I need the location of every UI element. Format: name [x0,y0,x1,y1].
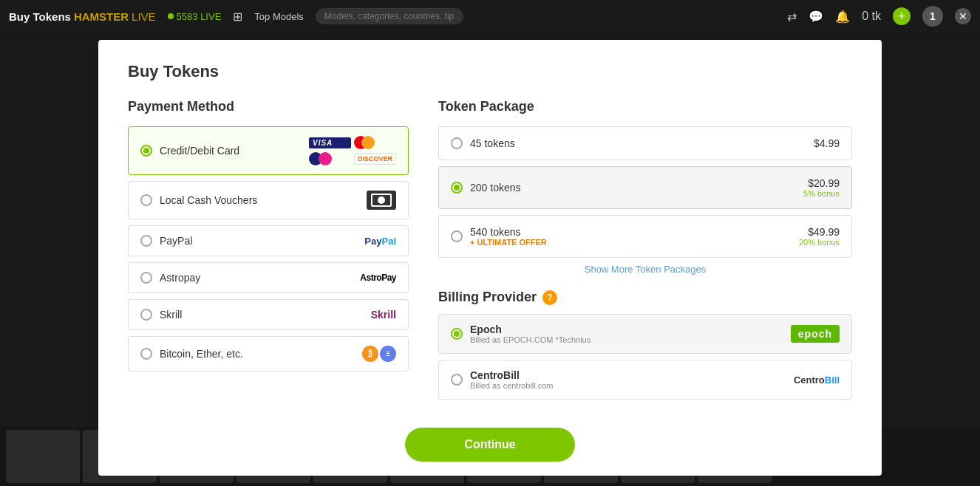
billing-section-header: Billing Provider ? [438,290,852,305]
radio-paypal [140,235,152,247]
payment-option-left-bitcoin: Bitcoin, Ether, etc. [140,348,243,360]
cash-voucher-icon [367,191,396,210]
paypal-label: PayPal [160,235,192,247]
modal-columns: Payment Method Credit/Debit Card VISA [128,99,852,405]
token-package-left-540: 540 tokens + ULTIMATE OFFER [451,226,547,247]
user-avatar[interactable]: 1 [922,6,943,27]
token-section-title: Token Package [438,99,852,114]
token-tag-540: + ULTIMATE OFFER [470,238,547,247]
radio-bitcoin [140,348,152,360]
discover-wrap [309,152,351,165]
logo-live: LIVE [132,10,156,23]
token-name-45: 45 tokens [470,137,515,149]
buy-tokens-modal: Buy Tokens Payment Method Credit/Debit C… [98,40,882,476]
radio-skrill [140,309,152,321]
radio-540tokens [451,230,463,242]
astropay-label: Astropay [160,272,200,284]
centrobill-info: CentroBill Billed as centrobill.com [470,369,554,390]
add-tokens-button[interactable]: + [893,7,911,25]
live-dot [168,13,174,19]
modal-overlay: Buy Tokens Payment Method Credit/Debit C… [0,32,980,486]
centrobill-logo: CentroBill [794,374,840,386]
radio-astropay [140,272,152,284]
radio-local-cash [140,194,152,206]
centrobill-name: CentroBill [470,369,554,381]
paypal-logo: PayPal [364,236,396,247]
notification-icon[interactable]: 🔔 [835,10,850,24]
token-name-200: 200 tokens [470,182,521,194]
token-price-value-200: $20.99 [803,177,840,189]
card-icons: VISA DISCOVER [309,136,396,165]
billing-left-epoch: Epoch Billed as EPOCH.COM *Technius [451,324,591,344]
radio-200tokens [451,182,463,194]
mc-right [361,136,375,149]
payment-option-left-paypal: PayPal [140,235,192,247]
radio-credit-card [140,145,152,157]
navbar: Buy Tokens HAMSTER LIVE 5583 LIVE ⊞ Top … [0,0,980,32]
billing-option-epoch[interactable]: Epoch Billed as EPOCH.COM *Technius epoc… [438,314,852,354]
payment-option-left-skrill: Skrill [140,309,182,321]
billing-option-centrobill[interactable]: CentroBill Billed as centrobill.com Cent… [438,360,852,400]
logo-buy-tokens: Buy Tokens [9,10,71,23]
token-name-540: 540 tokens [470,226,547,238]
epoch-logo: epoch [791,325,840,343]
payment-option-local-cash[interactable]: Local Cash Vouchers [128,181,409,219]
epoch-info: Epoch Billed as EPOCH.COM *Technius [470,324,591,344]
bitcoin-label: Bitcoin, Ether, etc. [160,348,243,360]
token-package-left-45: 45 tokens [451,137,515,149]
billing-section-title: Billing Provider [438,290,537,305]
site-logo[interactable]: Buy Tokens HAMSTER LIVE [9,10,156,23]
logo-hamster: HAMSTER [74,10,129,23]
payment-option-left-cash: Local Cash Vouchers [140,194,257,206]
search-input[interactable] [316,8,463,24]
token-price-value-45: $4.99 [814,137,840,149]
token-package-200[interactable]: 200 tokens $20.99 5% bonus [438,166,852,209]
filter-icon[interactable]: ⇄ [787,10,797,24]
live-count-badge: 5583 LIVE [168,11,222,22]
radio-epoch [451,328,463,340]
token-540-info: 540 tokens + ULTIMATE OFFER [470,226,547,247]
visa-icon: VISA [309,137,351,148]
skrill-logo: Skrill [371,309,396,321]
discover-icon: DISCOVER [354,153,396,165]
payment-section-title: Payment Method [128,99,409,114]
continue-wrap: Continue [128,428,852,462]
payment-option-bitcoin[interactable]: Bitcoin, Ether, etc. ₿ Ξ [128,336,409,372]
token-price-value-540: $49.99 [799,226,840,238]
radio-centrobill [451,374,463,386]
token-bonus-200: 5% bonus [803,189,840,198]
payment-option-skrill[interactable]: Skrill Skrill [128,299,409,330]
maestro-right [319,152,332,165]
chat-icon[interactable]: 💬 [809,10,823,24]
billing-help-icon[interactable]: ? [542,290,557,305]
wallet-icon[interactable]: 0 tk [862,10,881,23]
mastercard-icon [354,136,396,149]
epoch-name: Epoch [470,324,591,335]
continue-button[interactable]: Continue [405,428,574,462]
eth-circle: Ξ [380,346,396,362]
astropay-logo: AstroPay [360,273,396,283]
payment-option-left-astropay: Astropay [140,272,200,284]
payment-option-credit-card[interactable]: Credit/Debit Card VISA DISCOVER [128,126,409,175]
token-price-200: $20.99 5% bonus [803,177,840,198]
payment-option-astropay[interactable]: Astropay AstroPay [128,262,409,293]
payment-option-paypal[interactable]: PayPal PayPal [128,225,409,256]
live-count-text: 5583 LIVE [177,11,222,22]
btc-circle: ₿ [362,346,378,362]
skrill-label: Skrill [160,309,182,321]
token-package-540[interactable]: 540 tokens + ULTIMATE OFFER $49.99 20% b… [438,215,852,258]
show-more-packages[interactable]: Show More Token Packages [438,264,852,275]
payment-option-left-credit: Credit/Debit Card [140,145,239,157]
token-package-45[interactable]: 45 tokens $4.99 [438,126,852,160]
token-package-left-200: 200 tokens [451,182,521,194]
radio-45tokens [451,137,463,149]
token-price-45: $4.99 [814,137,840,149]
credit-card-label: Credit/Debit Card [160,145,239,157]
top-models-label[interactable]: Top Models [254,11,303,22]
top-models-icon[interactable]: ⊞ [233,10,242,24]
payment-methods-column: Payment Method Credit/Debit Card VISA [128,99,409,405]
close-nav-button[interactable]: ✕ [955,8,971,24]
token-count: 0 tk [862,10,881,22]
right-column: Token Package 45 tokens $4.99 200 to [438,99,852,405]
billing-left-centrobill: CentroBill Billed as centrobill.com [451,369,554,390]
